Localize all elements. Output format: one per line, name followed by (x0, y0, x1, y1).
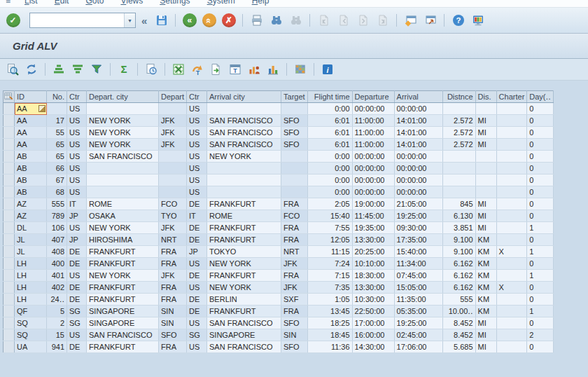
up-button[interactable]: « (200, 12, 218, 29)
cell[interactable]: 401 (47, 270, 67, 282)
cell[interactable]: NEW YORK (87, 270, 159, 282)
cell[interactable]: 941 (47, 341, 67, 353)
column-header-depart-4[interactable]: Depart (159, 91, 187, 103)
cell[interactable] (207, 103, 281, 115)
cell[interactable]: SQ (15, 317, 47, 329)
cell[interactable] (496, 163, 527, 174)
cell[interactable]: SAN FRANCISCO (207, 139, 281, 151)
column-header-arrival-10[interactable]: Arrival (394, 91, 442, 103)
customize-local-layout-button[interactable] (469, 12, 486, 29)
column-header-ctr-2[interactable]: Ctr (67, 91, 87, 103)
cell[interactable]: MI (475, 341, 496, 353)
cell[interactable]: KM (475, 246, 496, 258)
cell[interactable]: JFK (159, 222, 187, 234)
cell[interactable]: 15:05:00 (394, 282, 442, 294)
cell[interactable]: FRANKFURT (207, 234, 281, 246)
row-selector[interactable] (4, 329, 15, 341)
cell[interactable]: 2.572 (442, 115, 475, 127)
cell[interactable]: AB (15, 186, 47, 198)
column-header-charter-13[interactable]: Charter (496, 91, 527, 103)
row-selector[interactable] (4, 222, 15, 234)
cell[interactable]: FRANKFURT (207, 222, 281, 234)
cell[interactable]: 9.100 (442, 234, 475, 246)
cell[interactable] (442, 103, 475, 115)
cell[interactable]: DE (67, 246, 87, 258)
find-next-button[interactable] (287, 12, 304, 29)
cell[interactable] (496, 317, 527, 329)
cell[interactable]: AZ (15, 198, 47, 210)
cell[interactable]: ROME (207, 210, 281, 222)
row-selector[interactable] (4, 210, 15, 222)
cell[interactable]: SIN (159, 306, 187, 317)
cell[interactable]: 0:00 (307, 174, 352, 186)
cell[interactable]: 0:00 (307, 103, 352, 115)
menu-icon[interactable]: ≡ (6, 0, 10, 6)
menu-item-help[interactable]: Help (252, 0, 270, 6)
save-button[interactable] (153, 12, 170, 29)
cell[interactable]: US (67, 186, 87, 198)
cell[interactable]: X (496, 282, 527, 294)
cell[interactable] (496, 270, 527, 282)
cell[interactable]: 845 (442, 198, 475, 210)
cell[interactable]: FRANKFURT (87, 294, 159, 306)
cell[interactable] (496, 294, 527, 306)
cell[interactable]: US (187, 186, 207, 198)
cell[interactable]: MI (475, 127, 496, 139)
cell[interactable]: 0 (527, 317, 554, 329)
refresh-button[interactable] (23, 61, 40, 78)
cell[interactable]: NEW YORK (207, 282, 281, 294)
cell[interactable]: AA (15, 139, 47, 151)
cell[interactable]: 789 (47, 210, 67, 222)
cell[interactable]: 0 (527, 294, 554, 306)
column-header-departure-9[interactable]: Departure (352, 91, 394, 103)
cell[interactable]: 11:34:00 (394, 258, 442, 270)
cell[interactable]: NEW YORK (87, 127, 159, 139)
cell[interactable] (87, 163, 159, 174)
cell[interactable]: KM (475, 294, 496, 306)
cell[interactable]: AA (15, 127, 47, 139)
select-all-cell[interactable] (4, 91, 15, 103)
cell[interactable]: SFO (159, 329, 187, 341)
cell[interactable]: 11:36 (307, 341, 352, 353)
html-view-button[interactable] (292, 61, 309, 78)
row-selector[interactable] (4, 270, 15, 282)
cell[interactable]: MI (475, 139, 496, 151)
cell[interactable] (281, 186, 308, 198)
cell[interactable]: 00:00:00 (352, 163, 394, 174)
column-header-depart-city-3[interactable]: Depart. city (87, 91, 159, 103)
cell[interactable]: FRA (159, 341, 187, 353)
cell[interactable]: US (67, 127, 87, 139)
cell[interactable] (496, 139, 527, 151)
cell[interactable]: 19:25:00 (394, 317, 442, 329)
graphic-button[interactable] (265, 61, 281, 78)
cell[interactable]: US (187, 127, 207, 139)
cell[interactable]: 14:30:00 (352, 341, 394, 353)
cell[interactable]: 0 (527, 174, 554, 186)
cell[interactable]: FRA (281, 270, 308, 282)
choose-layout-button[interactable]: T (227, 61, 244, 78)
export-word-button[interactable]: T (189, 61, 206, 78)
cell[interactable]: OSAKA (87, 210, 159, 222)
cell[interactable]: 19:25:00 (394, 210, 442, 222)
cell[interactable]: 18:45 (307, 329, 352, 341)
cell[interactable]: FRA (281, 198, 308, 210)
cell[interactable]: 13:45 (307, 306, 352, 317)
row-selector[interactable] (4, 317, 15, 329)
cell[interactable] (496, 234, 527, 246)
cell[interactable]: DE (187, 234, 207, 246)
cell[interactable]: AZ (15, 210, 47, 222)
cell[interactable]: LH (15, 258, 47, 270)
cell[interactable] (87, 174, 159, 186)
cell[interactable] (442, 163, 475, 174)
cell[interactable]: SFO (281, 341, 308, 353)
cell[interactable]: 21:05:00 (394, 198, 442, 210)
cell[interactable]: SIN (159, 317, 187, 329)
cell[interactable] (159, 163, 187, 174)
cell[interactable] (496, 329, 527, 341)
cell[interactable] (496, 258, 527, 270)
cell[interactable]: US (187, 258, 207, 270)
cell[interactable]: 00:00:00 (352, 186, 394, 198)
column-header-arrival-city-6[interactable]: Arrival city (207, 91, 281, 103)
cell[interactable] (207, 186, 281, 198)
cell[interactable]: 5 (47, 306, 67, 317)
